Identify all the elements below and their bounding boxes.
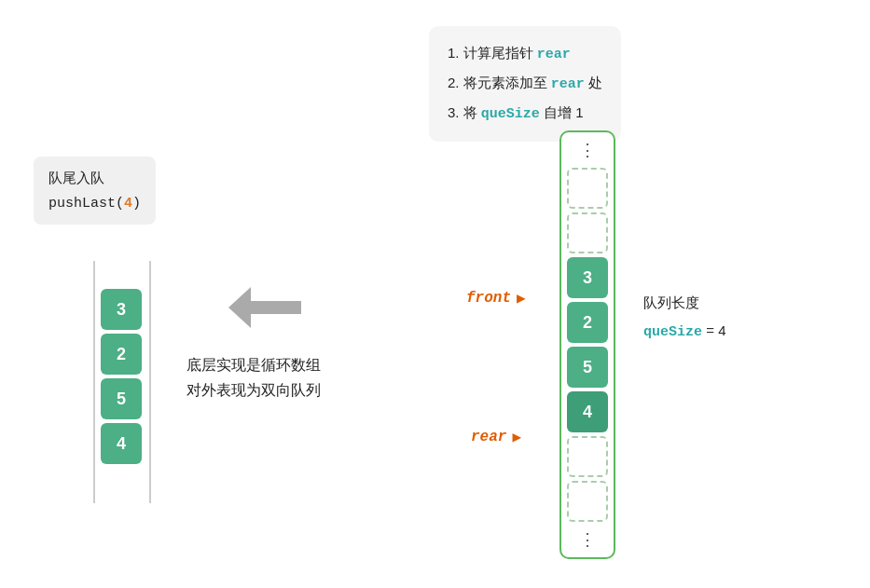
push-last-line1: 队尾入队 — [48, 166, 141, 190]
push-last-line2: pushLast(4) — [48, 190, 141, 216]
front-arrow: ▶ — [517, 289, 526, 308]
right-cell-empty-3 — [567, 436, 608, 477]
middle-line2: 对外表现为双向队列 — [186, 377, 321, 403]
left-array-border-right — [149, 261, 151, 503]
info-line-1: 1. 计算尾指针 rear — [448, 39, 602, 69]
left-cell-4: 4 — [101, 423, 142, 464]
left-cell-5: 5 — [101, 378, 142, 419]
right-cell-5: 5 — [567, 347, 608, 388]
equals-sign: = — [706, 322, 718, 338]
right-cell-empty-2 — [567, 212, 608, 253]
top-dots: ⋮ — [567, 136, 608, 164]
array-border: ⋮ 3 2 5 4 ⋮ — [559, 130, 615, 559]
right-cell-2: 2 — [567, 302, 608, 343]
arrow-container — [228, 284, 312, 331]
queue-length-value: queSize = 4 — [643, 317, 725, 347]
middle-description: 底层实现是循环数组 对外表现为双向队列 — [186, 352, 321, 403]
front-label: front ▶ — [466, 289, 526, 308]
queue-length-label: 队列长度 — [643, 289, 725, 317]
push-last-label: 队尾入队 pushLast(4) — [34, 157, 156, 225]
que-size-code: queSize — [643, 324, 702, 340]
rear-arrow: ▶ — [512, 428, 521, 446]
left-cell-3: 3 — [101, 289, 142, 330]
queue-length: 队列长度 queSize = 4 — [643, 289, 725, 347]
left-arrow-icon — [228, 284, 312, 331]
front-text: front — [466, 290, 511, 307]
info-box: 1. 计算尾指针 rear 2. 将元素添加至 rear 处 3. 将 queS… — [429, 26, 621, 142]
right-cell-empty-1 — [567, 168, 608, 209]
rear-label: rear ▶ — [471, 428, 521, 446]
rear-text: rear — [471, 429, 506, 445]
right-cell-3: 3 — [567, 257, 608, 298]
que-size-value: 4 — [718, 322, 725, 338]
right-cell-empty-4 — [567, 481, 608, 522]
right-array-container: ⋮ 3 2 5 4 ⋮ — [559, 130, 615, 559]
info-line-2: 2. 将元素添加至 rear 处 — [448, 69, 602, 99]
bottom-dots: ⋮ — [567, 526, 608, 554]
left-cell-2: 2 — [101, 334, 142, 375]
right-cell-4: 4 — [567, 391, 608, 432]
middle-line1: 底层实现是循环数组 — [186, 352, 321, 377]
info-line-3: 3. 将 queSize 自增 1 — [448, 99, 602, 129]
left-array: 3 2 5 4 — [101, 289, 142, 464]
left-array-border-left — [93, 261, 95, 503]
